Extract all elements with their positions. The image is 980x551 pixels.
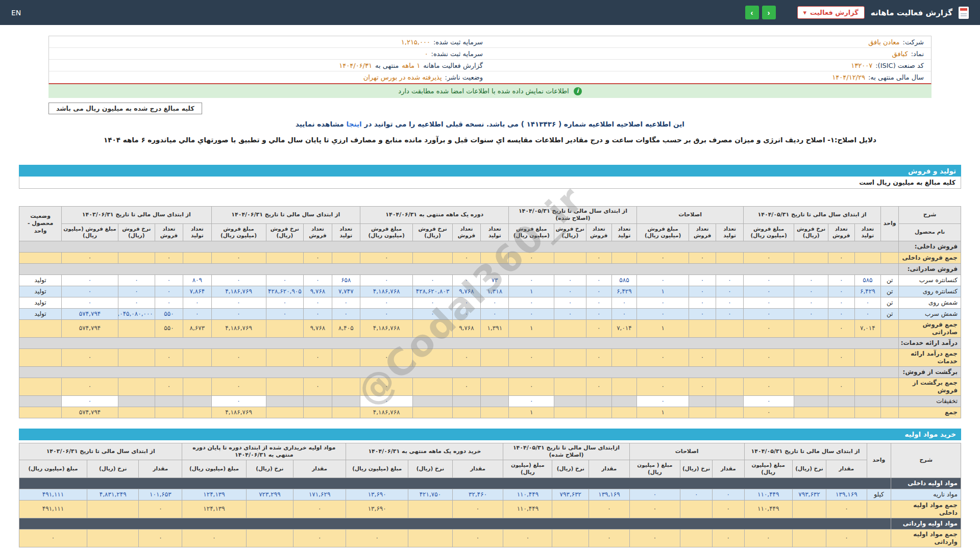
value-cell: ۰	[509, 252, 554, 263]
value-cell: ۱۳,۶۹۰	[346, 500, 408, 518]
value-cell: ۸,۴۰۵	[332, 319, 360, 337]
value-cell: ۱	[637, 319, 689, 337]
value-cell: ۱,۳۱۸	[481, 286, 509, 297]
group-label-cell: فروش صادراتی:	[899, 263, 961, 274]
table-row: مواد ناریهکیلو۱۳۹,۱۶۹۷۹۳,۶۳۲۱۱۰,۴۴۹۰۰۰۱۳…	[19, 489, 961, 500]
table-row: شمش سربتن۰۰۰۰۰۰۰۰۰۰۰۰۰۰۰۰۰۰۰۰۵۵۰۱,۰۴۵,۰۸…	[19, 308, 961, 319]
product-name-cell: جمع برگشت از فروش	[899, 378, 961, 395]
value-cell: ۱۱۰,۴۴۹	[744, 500, 792, 518]
value-cell	[413, 319, 452, 337]
value-cell: ۰	[413, 308, 452, 319]
value-cell	[266, 395, 304, 407]
codal-monthly-activity-page: { "topbar": { "en_label": "EN", "report_…	[0, 0, 980, 551]
value-cell: ۰	[293, 500, 346, 518]
column-group-header: از ابتدای سال مالی تا تاریخ ۱۴۰۴/۰۶/۳۱	[211, 207, 360, 224]
value-cell: ۰	[509, 395, 554, 407]
value-cell: ۰	[743, 252, 794, 263]
value-cell: ۷۹۳,۶۳۲	[792, 489, 826, 500]
symbol-link[interactable]: کبافق	[892, 50, 908, 58]
value-cell: ۰	[266, 297, 304, 308]
product-name-cell: کنسانتره روی	[899, 286, 961, 297]
value-cell	[183, 395, 211, 407]
value-cell	[680, 500, 713, 518]
value-cell	[552, 529, 589, 547]
value-cell: ۰	[689, 308, 716, 319]
report-type-dropdown[interactable]: گزارش فعالیت ▾	[797, 6, 865, 19]
value-cell: ۰	[589, 500, 629, 518]
value-cell: ۶,۴۲۹	[611, 286, 637, 297]
value-cell: ۰	[716, 297, 744, 308]
value-cell: ۰	[346, 529, 408, 547]
table-row: درآمد ارائه خدمات:	[19, 337, 961, 348]
unit-cell	[881, 252, 899, 263]
value-cell	[413, 252, 452, 263]
value-cell: ۰	[716, 274, 744, 286]
value-cell: ۰	[509, 378, 554, 395]
value-cell: ۵۸۵	[854, 274, 881, 286]
value-cell: ۰	[743, 286, 794, 297]
product-name-cell: جمع	[899, 407, 961, 418]
value-cell: ۰	[586, 274, 611, 286]
value-cell: ۰	[139, 500, 182, 518]
column-header: مقدار	[452, 460, 503, 478]
field-value: ۱ ماهه	[402, 62, 420, 69]
value-cell: ۰	[62, 252, 118, 263]
value-cell: ۴,۱۸۶,۷۶۹	[211, 319, 266, 337]
status-cell	[19, 395, 62, 407]
value-cell: ۰	[637, 308, 689, 319]
value-cell: ۴۹۱,۱۱۱	[19, 500, 87, 518]
value-cell: ۰	[304, 252, 332, 263]
value-cell	[794, 407, 828, 418]
info-field-symbol: نماد: کبافق	[490, 48, 931, 60]
table-row: مواد اولیه وارداتی	[19, 518, 961, 529]
company-link[interactable]: معادن بافق	[868, 38, 899, 46]
column-group-header: واحد	[867, 443, 891, 478]
value-cell: ۰	[360, 308, 413, 319]
previous-report-button[interactable]: ‹	[745, 6, 759, 19]
value-cell	[481, 407, 509, 418]
value-cell	[554, 407, 586, 418]
column-header: تعداد فروش	[452, 223, 480, 241]
value-cell: ۵۷۴,۷۹۴	[62, 319, 118, 337]
value-cell: ۰	[62, 274, 118, 286]
value-cell: ۵۸۵	[611, 274, 637, 286]
value-cell	[794, 319, 828, 337]
table-row: تخفیفات۰۰۰۰۰۰	[19, 395, 961, 407]
value-cell: ۹,۷۶۸	[452, 286, 480, 297]
next-report-button[interactable]: ›	[762, 6, 776, 19]
value-cell: ۸۰۹	[183, 274, 211, 286]
value-cell	[854, 395, 881, 407]
value-cell	[266, 407, 304, 418]
column-header: تعداد فروش	[304, 223, 332, 241]
value-cell	[266, 348, 304, 366]
value-cell: ۰	[554, 286, 586, 297]
value-cell: ۰	[743, 319, 794, 337]
value-cell: ۰	[689, 348, 716, 366]
language-toggle[interactable]: EN	[11, 9, 21, 17]
value-cell	[408, 500, 453, 518]
table-row: برگشت از فروش:	[19, 366, 961, 378]
value-cell: ۷۲۳,۲۹۹	[246, 489, 293, 500]
value-cell: ۰	[183, 308, 211, 319]
value-cell: ۰	[509, 348, 554, 366]
value-cell	[854, 252, 881, 263]
status-cell: تولید	[19, 286, 62, 297]
status-cell	[19, 348, 62, 366]
group-row-filler	[19, 478, 891, 489]
value-cell: ۰	[62, 395, 118, 407]
field-label: وضعیت ناشر:	[445, 73, 483, 81]
value-cell: ۰	[554, 274, 586, 286]
value-cell: ۰	[452, 500, 503, 518]
value-cell	[408, 529, 453, 547]
table-row: جمع مواد اولیه داخلی۰۱۱۰,۴۴۹۰۰۰۱۱۰,۴۴۹۰۱…	[19, 500, 961, 518]
value-cell: ۷۳	[481, 274, 509, 286]
value-cell: ۰	[118, 286, 155, 297]
column-group-header: از ابتدای سال مالی تا تاریخ ۱۴۰۴/۰۵/۳۱	[744, 443, 867, 460]
value-cell: ۱۲۴,۱۳۹	[182, 489, 246, 500]
value-cell: ۷,۷۴۷	[332, 286, 360, 297]
previous-version-link[interactable]: اینجا	[347, 120, 362, 128]
group-row-filler	[19, 263, 899, 274]
column-group-header: ازابتدای سال مالی تا تاریخ ۱۴۰۴/۰۵/۳۱ (ا…	[503, 443, 629, 460]
value-cell: ۴۲۸,۶۲۰,۹۰۵	[266, 286, 304, 297]
value-cell: ۰	[586, 286, 611, 297]
